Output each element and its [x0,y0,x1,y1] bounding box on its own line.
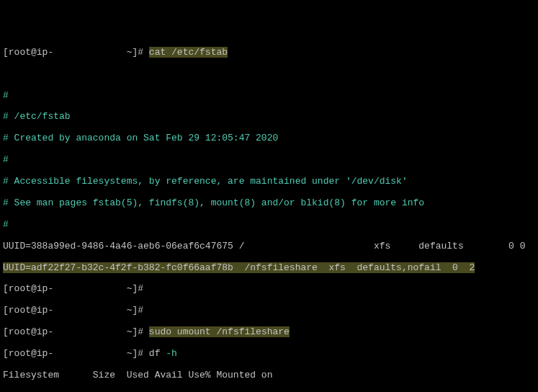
fstab-comment: # /etc/fstab [3,112,535,122]
fstab-comment: # Created by anaconda on Sat Feb 29 12:0… [3,133,535,144]
prompt-line-df1: [root@ip-xx.xxxxxxxxxx~]# df -h [3,349,535,360]
prompt-empty: [root@ip-xx.xxxxxxxxxx~]# [3,306,535,316]
fstab-comment: # See man pages fstab(5), findfs(8), mou… [3,198,535,209]
prompt-line-1: [root@ip-xx.xxxxxxxxxx~]# cat /etc/fstab [3,48,535,58]
cmd-cat: cat /etc/fstab [149,47,228,58]
fstab-entry-2: UUID=adf22f27-b32c-4f2f-b382-fc0f66aaf78… [3,263,535,274]
prompt-empty: [root@ip-xx.xxxxxxxxxx~]# [3,284,535,295]
fstab-comment: # [3,155,535,166]
fstab-comment: # [3,220,535,231]
df-header: Filesystem Size Used Avail Use% Mounted … [3,370,535,381]
fstab-comment: # [3,91,535,102]
blank-line [3,69,535,80]
fstab-comment: # Accessible filesystems, by reference, … [3,177,535,187]
cmd-umount: sudo umount /nfsfileshare [149,326,290,337]
prompt-line-umount: [root@ip-xx.xxxxxxxxxx~]# sudo umount /n… [3,327,535,338]
fstab-entry-1: UUID=388a99ed-9486-4a46-aeb6-06eaf6c4767… [3,241,535,252]
redacted-ip: xx.xxxxxxxxxx [53,47,126,58]
